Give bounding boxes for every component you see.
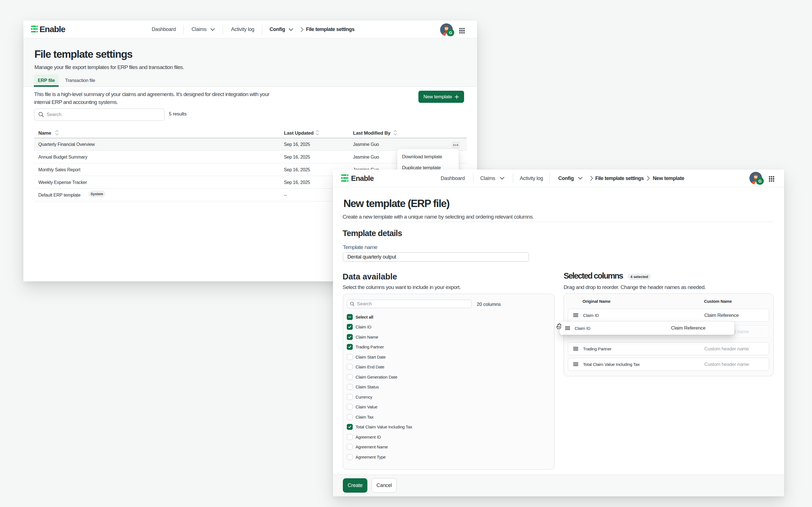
svg-text:G: G	[449, 31, 452, 35]
svg-text:G: G	[758, 179, 762, 183]
